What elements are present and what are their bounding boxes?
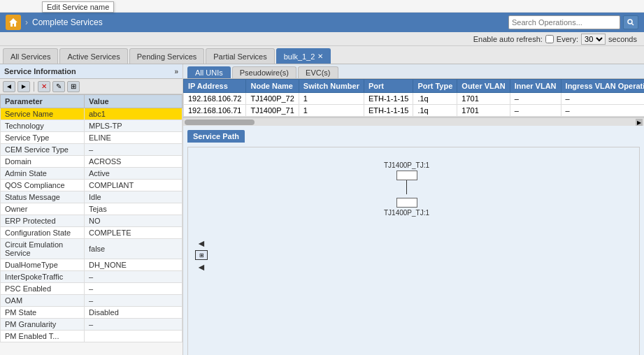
param-name: Circuit Emulation Service xyxy=(1,239,85,259)
table-row[interactable]: 192.168.106.71 TJ1400P_71 1 ETH-1-1-15 .… xyxy=(184,105,645,117)
param-row[interactable]: InterSpokeTraffic – xyxy=(1,271,183,283)
param-name: Technology xyxy=(1,120,85,132)
refresh-label: Enable auto refresh: xyxy=(473,35,543,43)
param-row[interactable]: Service Name abc1 xyxy=(1,108,183,120)
home-button[interactable] xyxy=(6,15,21,30)
cell-inner-vlan: – xyxy=(510,105,561,117)
param-row[interactable]: Technology MPLS-TP xyxy=(1,120,183,132)
param-row[interactable]: QOS Compliance COMPLIANT xyxy=(1,180,183,191)
tab-active-services[interactable]: Active Services xyxy=(59,48,127,64)
tab-active-services-label: Active Services xyxy=(67,52,120,61)
param-value: ELINE xyxy=(85,132,183,144)
param-row[interactable]: OAM – xyxy=(1,295,183,307)
col-header-value: Value xyxy=(85,95,183,108)
param-value: Idle xyxy=(85,191,183,203)
search-wrap xyxy=(508,15,638,29)
param-value: Active xyxy=(85,168,183,180)
toolbar-back-btn[interactable]: ◄ xyxy=(3,81,15,92)
table-row[interactable]: 192.168.106.72 TJ1400P_72 1 ETH-1-1-15 .… xyxy=(184,93,645,105)
param-value: – xyxy=(85,319,183,331)
service-info-header: Service Information » xyxy=(0,64,183,79)
param-row[interactable]: PM State Disabled xyxy=(1,307,183,319)
tab-partial-services-label: Partial Services xyxy=(213,52,266,61)
param-value: abc1 xyxy=(85,108,183,120)
tab-close-icon[interactable]: ✕ xyxy=(317,52,323,60)
tab-pending-services[interactable]: Pending Services xyxy=(129,48,205,64)
param-row[interactable]: Status Message Idle xyxy=(1,191,183,203)
collapse-button[interactable]: » xyxy=(174,68,178,75)
cell-switch: 1 xyxy=(299,93,364,105)
toolbar-forward-btn[interactable]: ► xyxy=(17,81,30,92)
param-value: – xyxy=(85,144,183,156)
param-name: CEM Service Type xyxy=(1,144,85,156)
toolbar-delete-btn[interactable]: ✕ xyxy=(38,81,50,92)
param-name: QOS Compliance xyxy=(1,180,85,191)
toolbar-grid-btn[interactable]: ⊞ xyxy=(67,81,80,92)
every-label: Every: xyxy=(557,35,578,43)
sub-tab-all-unis[interactable]: All UNIs xyxy=(187,66,231,78)
service-path-panel: Service Path ◄ ⊞ ◄ TJ1400P_TJ:1 xyxy=(183,126,644,355)
toolbar-divider-1 xyxy=(34,82,34,92)
param-row[interactable]: Circuit Emulation Service false xyxy=(1,239,183,259)
param-row[interactable]: Service Type ELINE xyxy=(1,132,183,144)
sub-tab-row: All UNIs Pseudowire(s) EVC(s) xyxy=(183,64,644,79)
cell-ip: 192.168.106.72 xyxy=(184,93,246,105)
horizontal-scrollbar[interactable]: ▶ xyxy=(183,117,644,126)
param-row[interactable]: CEM Service Type – xyxy=(1,144,183,156)
param-row[interactable]: Configuration State COMPLETE xyxy=(1,227,183,239)
param-row[interactable]: DualHomeType DH_NONE xyxy=(1,259,183,271)
param-row[interactable]: PM Enabled T... xyxy=(1,331,183,342)
cell-ingress-op: – xyxy=(561,93,644,105)
interval-select[interactable]: 30 xyxy=(581,34,606,45)
tab-all-services[interactable]: All Services xyxy=(3,48,58,64)
toolbar-edit-btn[interactable]: ✎ xyxy=(52,81,65,92)
col-ingress-op: Ingress VLAN Operation xyxy=(561,80,644,93)
col-port-type: Port Type xyxy=(413,80,457,93)
arrow-up-icon: ◄ xyxy=(196,238,206,249)
breadcrumb-separator: › xyxy=(25,17,28,27)
edit-tooltip: Edit Service name xyxy=(42,1,114,13)
col-node-name: Node Name xyxy=(246,80,299,93)
param-value: Tejas xyxy=(85,203,183,215)
scroll-right-arrow[interactable]: ▶ xyxy=(636,119,643,126)
param-row[interactable]: PSC Enabled – xyxy=(1,283,183,295)
node-1-label: TJ1400P_TJ:1 xyxy=(384,161,429,169)
param-row[interactable]: Owner Tejas xyxy=(1,203,183,215)
seconds-label: seconds xyxy=(608,35,637,43)
param-row[interactable]: Admin State Active xyxy=(1,168,183,180)
param-value: – xyxy=(85,271,183,283)
param-row[interactable]: PM Granularity – xyxy=(1,319,183,331)
param-name: Configuration State xyxy=(1,227,85,239)
param-name: PSC Enabled xyxy=(1,283,85,295)
left-arrows: ◄ ⊞ ◄ xyxy=(195,238,208,273)
sub-tab-pseudowires[interactable]: Pseudowire(s) xyxy=(232,66,296,78)
param-name: Status Message xyxy=(1,191,85,203)
refresh-checkbox[interactable] xyxy=(545,35,554,43)
search-button[interactable] xyxy=(623,15,638,29)
param-value: Disabled xyxy=(85,307,183,319)
service-info-title: Service Information xyxy=(4,67,76,75)
param-row[interactable]: Domain ACROSS xyxy=(1,156,183,168)
service-path-header: Service Path xyxy=(187,130,245,143)
tab-partial-services[interactable]: Partial Services xyxy=(206,48,274,64)
col-port: Port xyxy=(364,80,413,93)
tab-bulk[interactable]: bulk_1_2 ✕ xyxy=(276,48,331,64)
svg-marker-0 xyxy=(9,18,17,27)
cell-ingress-op: – xyxy=(561,105,644,117)
main-layout: Service Information » ◄ ► ✕ ✎ ⊞ Paramete… xyxy=(0,64,644,355)
param-name: Service Name xyxy=(1,108,85,120)
breadcrumb-label[interactable]: Complete Services xyxy=(32,17,103,27)
param-row[interactable]: ERP Protected NO xyxy=(1,215,183,227)
col-outer-vlan: Outer VLAN xyxy=(457,80,510,93)
service-path-content: ◄ ⊞ ◄ TJ1400P_TJ:1 xyxy=(187,147,640,355)
node-1-connector xyxy=(406,180,407,194)
refresh-bar: Enable auto refresh: Every: 30 seconds xyxy=(0,32,644,46)
cell-inner-vlan: – xyxy=(510,93,561,105)
col-switch-number: Switch Number xyxy=(299,80,364,93)
search-input[interactable] xyxy=(508,15,620,29)
param-value xyxy=(85,331,183,342)
svg-line-2 xyxy=(632,24,634,26)
param-name: PM Granularity xyxy=(1,319,85,331)
param-name: Domain xyxy=(1,156,85,168)
sub-tab-evc[interactable]: EVC(s) xyxy=(298,66,338,78)
